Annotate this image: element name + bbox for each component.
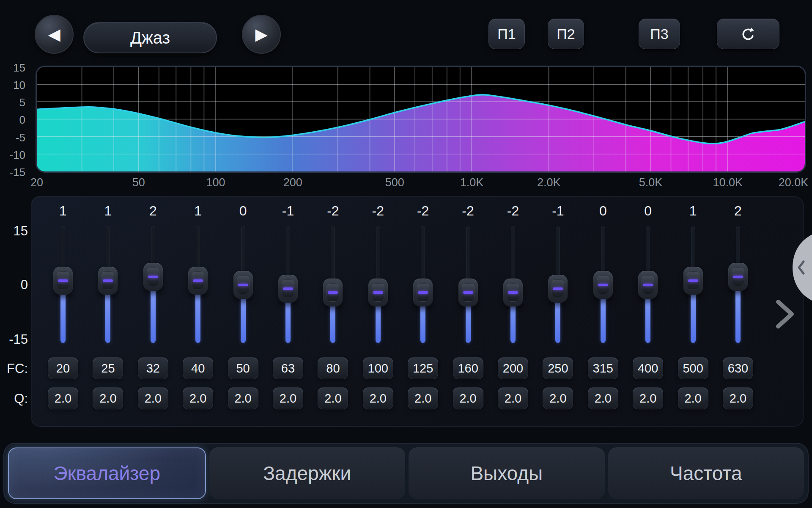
band-fc-chip[interactable]: 20 (48, 357, 78, 379)
preset-selector[interactable]: Джаз (83, 22, 217, 53)
band-slider-thumb[interactable] (278, 275, 298, 303)
band-slider-thumb[interactable] (368, 279, 388, 306)
thumb-dash-icon (238, 284, 248, 286)
band-gain-value: 0 (644, 204, 652, 218)
band-q-chip[interactable]: 2.0 (48, 387, 78, 409)
band-gain-value: -2 (417, 204, 429, 218)
band-slider-thumb[interactable] (323, 279, 343, 306)
y-tick: 5 (2, 97, 25, 108)
band-fc-chip[interactable]: 125 (408, 357, 438, 379)
band-slider-thumb[interactable] (503, 279, 523, 306)
q-row-label: Q: (3, 392, 28, 405)
arrow-right-icon: ▶ (255, 26, 267, 42)
thumb-dash-icon (148, 276, 158, 278)
band-gain-value: 2 (149, 204, 157, 218)
band-q-chip[interactable]: 2.0 (588, 387, 618, 409)
band-fc-chip[interactable]: 400 (633, 357, 663, 379)
band-q-chip[interactable]: 2.0 (723, 387, 753, 409)
memory-button-p2[interactable]: П2 (548, 19, 584, 49)
tab-delays[interactable]: Задержки (209, 447, 406, 499)
slider-scale-zero: 0 (3, 278, 28, 291)
memory-button-p1-label: П1 (497, 26, 516, 42)
band-q-chip[interactable]: 2.0 (228, 387, 258, 409)
band-gain-value: 1 (59, 204, 67, 218)
band-q-chip[interactable]: 2.0 (633, 387, 663, 409)
eq-response-graph (36, 66, 806, 173)
side-panel-pull-tab[interactable] (787, 234, 812, 301)
thumb-dash-icon (418, 291, 428, 294)
preset-prev-button[interactable]: ◀ (35, 15, 74, 54)
band-q-chip[interactable]: 2.0 (678, 387, 708, 409)
memory-button-p3[interactable]: П3 (639, 19, 680, 49)
band-gain-value: -2 (327, 204, 339, 218)
band-gain-value: 1 (104, 204, 112, 218)
band-fc-chip[interactable]: 32 (138, 357, 168, 379)
y-tick: 15 (2, 62, 25, 73)
band-fc-chip[interactable]: 500 (678, 357, 708, 379)
band-slider-thumb[interactable] (728, 263, 748, 291)
band-q-chip[interactable]: 2.0 (273, 387, 303, 409)
thumb-dash-icon (328, 291, 338, 294)
band-slider-thumb[interactable] (98, 267, 118, 295)
thumb-dash-icon (733, 276, 743, 278)
x-tick: 1.0K (460, 177, 484, 188)
band-q-chip[interactable]: 2.0 (498, 387, 528, 409)
x-tick: 10.0K (713, 177, 743, 188)
band-fc-chip[interactable]: 80 (318, 357, 348, 379)
band-slider-thumb[interactable] (53, 267, 73, 295)
band-gain-value: 1 (194, 204, 202, 218)
band-q-chip[interactable]: 2.0 (138, 387, 168, 409)
arrow-left-icon: ◀ (48, 26, 60, 42)
band-fc-chip[interactable]: 200 (498, 357, 528, 379)
band-gain-value: -2 (372, 204, 384, 218)
band-gain-value: 0 (599, 204, 607, 218)
x-tick: 20 (30, 177, 43, 188)
band-slider-thumb[interactable] (458, 279, 478, 306)
band-fc-chip[interactable]: 160 (453, 357, 483, 379)
band-fc-chip[interactable]: 63 (273, 357, 303, 379)
thumb-dash-icon (373, 291, 383, 294)
band-q-chip[interactable]: 2.0 (318, 387, 348, 409)
y-tick: 10 (2, 80, 25, 91)
band-gain-value: -2 (462, 204, 474, 218)
preset-next-button[interactable]: ▶ (242, 15, 281, 54)
thumb-dash-icon (283, 287, 293, 290)
band-fc-chip[interactable]: 50 (228, 357, 258, 379)
band-slider-thumb[interactable] (683, 267, 703, 295)
slider-scale-max: 15 (3, 224, 28, 237)
band-q-chip[interactable]: 2.0 (363, 387, 393, 409)
thumb-dash-icon (508, 291, 518, 294)
reset-button[interactable] (717, 19, 779, 49)
band-slider-thumb[interactable] (413, 279, 433, 306)
band-fc-chip[interactable]: 630 (723, 357, 753, 379)
chevron-right-icon (778, 302, 792, 326)
band-q-chip[interactable]: 2.0 (183, 387, 213, 409)
tab-equalizer[interactable]: Эквалайзер (8, 447, 206, 499)
tab-frequency[interactable]: Частота (608, 447, 804, 499)
band-slider-thumb[interactable] (188, 267, 208, 295)
band-fc-chip[interactable]: 250 (543, 357, 573, 379)
more-bands-button[interactable] (773, 298, 797, 330)
band-slider-thumb[interactable] (638, 271, 658, 299)
band-fc-chip[interactable]: 315 (588, 357, 618, 379)
eq-response-curve (37, 67, 805, 171)
band-slider-thumb[interactable] (233, 271, 253, 299)
band-gain-value: 1 (689, 204, 697, 218)
memory-button-p1[interactable]: П1 (488, 19, 525, 49)
band-slider-thumb[interactable] (143, 263, 163, 291)
band-fc-chip[interactable]: 25 (93, 357, 123, 379)
thumb-dash-icon (103, 279, 113, 282)
band-slider-thumb[interactable] (548, 275, 568, 303)
y-tick: -15 (2, 167, 25, 178)
band-q-chip[interactable]: 2.0 (408, 387, 438, 409)
fc-row-label: FC: (3, 362, 28, 375)
tab-outputs[interactable]: Выходы (409, 447, 605, 499)
band-slider-thumb[interactable] (593, 271, 613, 299)
band-gain-value: 0 (239, 204, 247, 218)
band-q-chip[interactable]: 2.0 (453, 387, 483, 409)
band-fc-chip[interactable]: 100 (363, 357, 393, 379)
band-q-chip[interactable]: 2.0 (93, 387, 123, 409)
bottom-tab-bar: ЭквалайзерЗадержкиВыходыЧастота (3, 443, 809, 504)
band-fc-chip[interactable]: 40 (183, 357, 213, 379)
band-q-chip[interactable]: 2.0 (543, 387, 573, 409)
